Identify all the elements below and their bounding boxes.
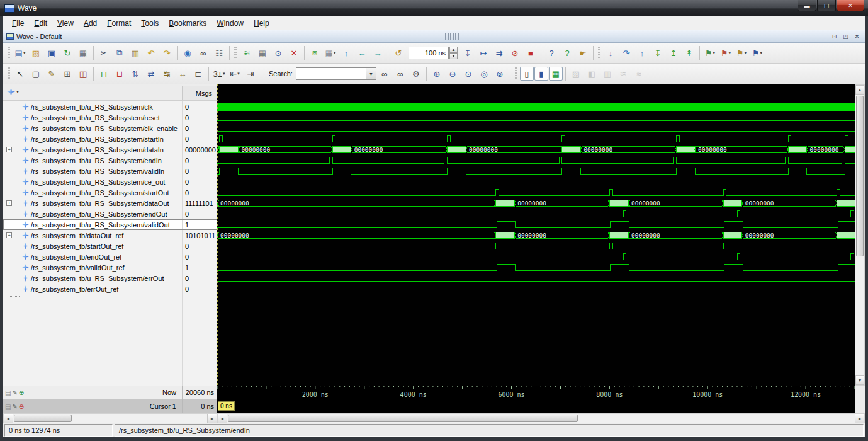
find-last-edge-button[interactable]: ↟ — [682, 45, 697, 60]
menu-bookmarks[interactable]: Bookmarks — [164, 18, 211, 29]
menu-help[interactable]: Help — [249, 18, 274, 29]
move-edge-button[interactable]: ↔ — [175, 66, 190, 81]
expand-toggle[interactable]: + — [6, 232, 12, 238]
close-button[interactable]: ✕ — [837, 0, 864, 11]
link-button[interactable]: ⧈ — [307, 45, 322, 60]
pane-header[interactable]: Wave - Default ⊡◳✕ — [3, 30, 865, 43]
expanded-time-deltas-button[interactable]: 3±▾ — [211, 66, 227, 81]
toolbar-grip[interactable] — [234, 47, 237, 59]
expand-toggle[interactable]: + — [6, 200, 12, 206]
find-next-transition-button[interactable]: ↑ — [634, 45, 650, 60]
two-tone-display-button[interactable]: ◧ — [584, 66, 599, 81]
search-find-previous-button[interactable]: ∞ — [393, 66, 408, 81]
signal-name-cell[interactable]: +/rs_subsystem_tb/u_RS_Subsystem/dataOut — [3, 198, 182, 209]
cursor-track[interactable]: 0 ns — [217, 399, 855, 413]
search-input-dropdown-button[interactable]: ▼ — [366, 67, 376, 80]
minimize-button[interactable]: ▬ — [798, 0, 816, 11]
zoom-last-button[interactable]: ◎ — [476, 66, 492, 81]
print-button[interactable]: ▦ — [76, 45, 91, 60]
stretch-edge-button[interactable]: ↹ — [159, 66, 174, 81]
signal-row[interactable]: /rs_subsystem_tb/u_RS_Subsystem/startOut… — [3, 187, 217, 198]
signal-row[interactable]: /rs_subsystem_tb/u_RS_Subsystem/validOut… — [3, 219, 217, 230]
names-scroll-left-button[interactable]: ◄ — [4, 414, 13, 423]
break-button[interactable]: ⊘ — [507, 45, 522, 60]
msgs-column-header[interactable]: Msgs — [182, 86, 217, 100]
signal-name-cell[interactable]: /rs_subsystem_tb/endOut_ref — [3, 251, 182, 262]
toggle-leaf-names-button[interactable]: ▯ — [520, 67, 534, 81]
invert-wave-button[interactable]: ⇅ — [128, 66, 143, 81]
expand-toggle[interactable]: + — [6, 147, 12, 152]
bookmark-edit-button[interactable]: ⚑▾ — [734, 45, 749, 60]
stop-button[interactable]: ■ — [523, 45, 538, 60]
save-button[interactable]: ▣ — [44, 45, 59, 60]
filter-button[interactable]: ☷ — [211, 45, 227, 60]
signal-name-cell[interactable]: /rs_subsystem_tb/u_RS_Subsystem/endIn — [3, 155, 182, 166]
hatch-display-button[interactable]: ▨ — [568, 66, 583, 81]
show-drivers-button[interactable]: ◫ — [76, 66, 91, 81]
waveform-canvas[interactable]: 0000000000000000000000000000000000000000… — [217, 101, 855, 294]
cursor-row[interactable]: ▤✎⊖ Cursor 1 0 ns — [3, 399, 217, 413]
search-find-next-button[interactable]: ∞ — [377, 66, 392, 81]
signal-row[interactable]: /rs_subsystem_tb/endOut_ref0 — [3, 251, 217, 262]
signal-row[interactable]: /rs_subsystem_tb/validOut_ref1 — [3, 262, 217, 273]
wave-vertical-scrollbar[interactable]: ▲ ▼ — [855, 84, 865, 386]
menu-file[interactable]: File — [7, 18, 29, 29]
bookmark-goto-button[interactable]: ⚑▾ — [750, 45, 765, 60]
continue-run-button[interactable]: ↦ — [476, 45, 491, 60]
signal-name-cell[interactable]: /rs_subsystem_tb/u_RS_Subsystem/clk_enab… — [3, 123, 182, 134]
signal-row[interactable]: /rs_subsystem_tb/u_RS_Subsystem/ce_out0 — [3, 176, 217, 187]
zoom-full-button[interactable]: ⊙ — [461, 66, 476, 81]
area-select-mode-button[interactable]: ▢ — [28, 66, 43, 81]
signal-name-cell[interactable]: /rs_subsystem_tb/validOut_ref — [3, 262, 182, 273]
signal-name-cell[interactable]: /rs_subsystem_tb/u_RS_Subsystem/reset — [3, 112, 182, 123]
spin-up-button[interactable]: ▲ — [449, 47, 458, 53]
wave-delete-button[interactable]: ✕ — [286, 45, 302, 60]
signal-row[interactable]: /rs_subsystem_tb/u_RS_Subsystem/validIn0 — [3, 166, 217, 176]
extend-all-button[interactable]: ⊏ — [191, 66, 206, 81]
select-mode-button[interactable]: ↖ — [13, 66, 28, 81]
close-pane-button[interactable]: ✕ — [852, 32, 862, 41]
vertical-scroll-thumb[interactable] — [856, 96, 864, 256]
new-document-button[interactable]: ▤▾ — [13, 45, 28, 60]
wave-scroll-thumb[interactable] — [228, 415, 578, 422]
wave-scroll-right-button[interactable]: ► — [855, 414, 864, 423]
menu-edit[interactable]: Edit — [29, 18, 52, 29]
signal-name-cell[interactable]: /rs_subsystem_tb/u_RS_Subsystem/validOut — [3, 219, 182, 230]
signal-name-cell[interactable]: /rs_subsystem_tb/u_RS_Subsystem/ce_out — [3, 176, 182, 187]
find-button[interactable]: ∞ — [196, 45, 211, 60]
signal-name-cell[interactable]: /rs_subsystem_tb/u_RS_Subsystem/endOut — [3, 209, 182, 219]
cursor-line[interactable] — [217, 84, 218, 386]
names-scroll-thumb[interactable] — [14, 415, 72, 422]
cursor-time-badge[interactable]: 0 ns — [218, 401, 235, 411]
signal-name-cell[interactable]: /rs_subsystem_tb/u_RS_Subsystem/startOut — [3, 187, 182, 198]
events-display-button[interactable]: ≈ — [631, 66, 646, 81]
signal-row[interactable]: /rs_subsystem_tb/u_RS_Subsystem/reset0 — [3, 112, 217, 123]
describe-button[interactable]: ? — [560, 45, 575, 60]
back-button[interactable]: ← — [354, 45, 369, 60]
layout-button[interactable]: ▦▾ — [323, 45, 338, 60]
find-previous-edge-button[interactable]: ↧ — [650, 45, 665, 60]
edit-mode-button[interactable]: ✎ — [44, 66, 59, 81]
mirror-wave-button[interactable]: ⇄ — [144, 66, 159, 81]
names-horizontal-scrollbar[interactable]: ◄ ► — [3, 413, 217, 423]
run-button[interactable]: ↧ — [460, 45, 475, 60]
menu-add[interactable]: Add — [79, 18, 102, 29]
group-display-button[interactable]: ▥ — [600, 66, 615, 81]
toggle-grid-button[interactable]: ▦ — [549, 67, 563, 81]
find-insert-button[interactable]: ↷ — [619, 45, 634, 60]
grid-mode-button[interactable]: ⊞ — [60, 66, 75, 81]
signal-row[interactable]: /rs_subsystem_tb/u_RS_Subsystem/endIn0 — [3, 155, 217, 166]
find-next-edge-button[interactable]: ↥ — [666, 45, 681, 60]
spin-down-button[interactable]: ▼ — [449, 53, 458, 59]
wave-editor-button[interactable]: ▦ — [255, 45, 270, 60]
wave-scroll-left-button[interactable]: ◄ — [218, 414, 227, 423]
expanded-time-on-button[interactable]: ⇤▾ — [227, 66, 242, 81]
menu-view[interactable]: View — [52, 18, 79, 29]
maximize-button[interactable]: ▢ — [817, 0, 836, 11]
paste-button[interactable]: ▥ — [128, 45, 143, 60]
expanded-time-off-button[interactable]: ⇥ — [243, 66, 258, 81]
toolbar-grip[interactable] — [598, 47, 600, 59]
signal-row[interactable]: /rs_subsystem_tb/u_RS_Subsystem/clk_enab… — [3, 123, 217, 134]
insert-pulse-button[interactable]: ⊓ — [96, 66, 111, 81]
undo-button[interactable]: ↶ — [144, 45, 159, 60]
